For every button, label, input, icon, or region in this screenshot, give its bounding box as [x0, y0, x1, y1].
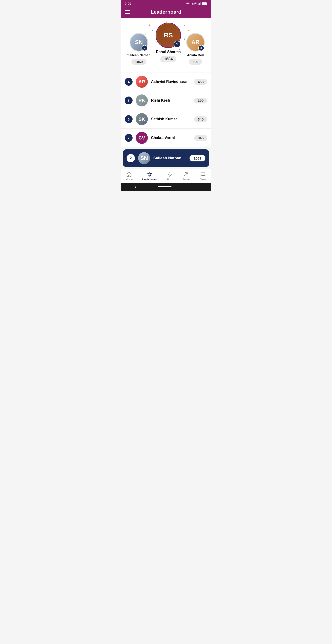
system-nav-bar: ‹ — [121, 183, 211, 191]
name-sathish: Sathish Kumar — [151, 117, 191, 121]
third-rank-badge: 3 — [198, 45, 204, 51]
home-pill[interactable] — [158, 186, 171, 187]
nav-chats[interactable]: Chats — [198, 171, 208, 181]
nav-chats-label: Chats — [200, 178, 206, 181]
bottom-navigation: Home Leaderboard Buzz Teams — [121, 169, 211, 183]
app-header: Leaderboard — [121, 8, 211, 18]
first-avatar-wrap: RS 1 — [156, 23, 181, 48]
teams-icon — [183, 171, 189, 177]
list-item: 6 SK Sathish Kumar 345 — [121, 110, 211, 128]
nav-home[interactable]: Home — [124, 171, 134, 181]
list-item: 5 RK Rishi Kesh 390 — [121, 91, 211, 110]
home-icon — [126, 171, 132, 177]
nav-buzz[interactable]: Buzz — [165, 171, 175, 181]
page-title: Leaderboard — [151, 9, 181, 15]
first-name: Rahul Sharma — [156, 50, 181, 54]
list-item: 7 CV Chakra Varthi 345 — [121, 128, 211, 147]
svg-rect-2 — [198, 4, 199, 5]
rank-badge-6: 6 — [125, 115, 133, 123]
name-chakra: Chakra Varthi — [151, 136, 191, 140]
wifi-icon — [186, 2, 189, 5]
score-rishi: 390 — [194, 98, 207, 104]
svg-point-18 — [149, 176, 150, 177]
svg-rect-1 — [198, 4, 198, 5]
avatar-chakra: CV — [136, 132, 148, 144]
svg-rect-6 — [207, 3, 207, 4]
second-rank-badge: 2 — [142, 45, 148, 51]
svg-rect-4 — [200, 2, 201, 5]
svg-rect-5 — [202, 2, 207, 5]
avatar-rishi: RK — [136, 94, 148, 106]
third-avatar-wrap: AR 3 — [186, 33, 205, 52]
nav-leaderboard-label: Leaderboard — [142, 178, 158, 181]
score-ashwini: 458 — [194, 79, 207, 85]
status-bar: 9:00 LTER — [121, 0, 211, 8]
buzz-icon — [167, 171, 173, 177]
rank-badge-5: 5 — [125, 96, 133, 104]
svg-rect-3 — [199, 3, 200, 5]
name-rishi: Rishi Kesh — [151, 98, 191, 102]
name-ashwini: Ashwini Ravindharan — [151, 80, 191, 84]
status-icons: LTER — [186, 2, 207, 6]
nav-home-label: Home — [126, 178, 133, 181]
current-user-rank: 2 — [127, 154, 135, 162]
avatar-sathish: SK — [136, 113, 148, 125]
score-chakra: 345 — [194, 135, 207, 141]
rank-badge-7: 7 — [125, 134, 133, 142]
leaderboard-list: 4 AR Ashwini Ravindharan 458 5 RK Rishi … — [121, 72, 211, 147]
second-name: Sailesh Nathan — [127, 53, 150, 57]
lte-label: LTER — [190, 2, 197, 6]
current-user-score: 1069 — [189, 155, 205, 162]
nav-teams[interactable]: Teams — [181, 171, 192, 181]
third-score: 690 — [189, 59, 202, 65]
score-sathish: 345 — [194, 116, 207, 122]
svg-point-0 — [188, 4, 188, 5]
podium-first: RS 1 Rahul Sharma 1684 — [156, 23, 181, 62]
status-time: 9:00 — [125, 2, 131, 6]
leaderboard-icon — [147, 171, 153, 177]
menu-button[interactable] — [125, 10, 130, 14]
list-item: 4 AR Ashwini Ravindharan 458 — [121, 72, 211, 91]
nav-teams-label: Teams — [183, 178, 190, 181]
third-name: Ankita Roy — [187, 53, 204, 57]
avatar-ashwini: AR — [136, 76, 148, 88]
current-user-name: Sailesh Nathan — [153, 156, 186, 160]
podium-row: SN 2 Sailesh Nathan 1069 RS 1 Rahul Shar… — [125, 23, 207, 65]
first-rank-badge: 1 — [173, 41, 180, 48]
rank-badge-4: 4 — [125, 78, 133, 86]
first-score: 1684 — [160, 56, 176, 62]
current-user-banner: 2 SN Sailesh Nathan 1069 — [123, 150, 209, 167]
svg-point-20 — [186, 172, 188, 174]
podium-second: SN 2 Sailesh Nathan 1069 — [127, 33, 150, 65]
back-button[interactable]: ‹ — [135, 184, 136, 189]
current-user-avatar: SN — [138, 152, 150, 164]
podium-section: SN 2 Sailesh Nathan 1069 RS 1 Rahul Shar… — [121, 18, 211, 72]
second-avatar-wrap: SN 2 — [130, 33, 148, 52]
second-score: 1069 — [131, 59, 146, 65]
nav-buzz-label: Buzz — [167, 178, 173, 181]
nav-leaderboard[interactable]: Leaderboard — [140, 171, 159, 181]
podium-third: AR 3 Ankita Roy 690 — [186, 33, 205, 65]
battery-icon — [202, 2, 207, 5]
chats-icon — [200, 171, 206, 177]
svg-point-19 — [185, 172, 186, 174]
signal-icon — [198, 2, 201, 5]
